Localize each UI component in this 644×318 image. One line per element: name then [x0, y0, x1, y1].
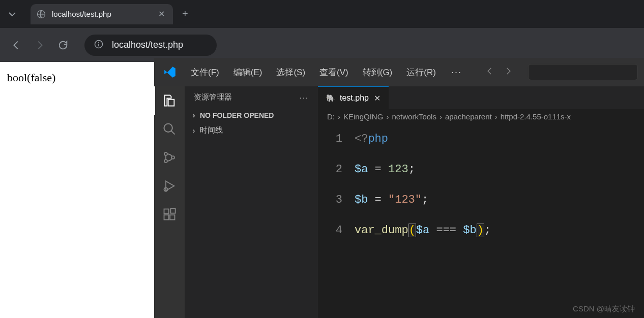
- editor-tab-name: test.php: [340, 93, 369, 103]
- code-lines[interactable]: <?php $a = 123; $b = "123"; var_dump($a …: [355, 130, 644, 318]
- code-area[interactable]: 1 2 3 4 <?php $a = 123; $b = "123"; var_…: [318, 124, 644, 318]
- debug-icon[interactable]: [161, 178, 178, 194]
- sidebar-no-folder[interactable]: › NO FOLDER OPENED: [185, 108, 318, 122]
- editor-area: 🐘 test.php ✕ D:› KEingQING› networkTools…: [318, 86, 644, 318]
- url-box[interactable]: localhost/test.php: [84, 35, 217, 56]
- menu-run[interactable]: 运行(R): [399, 63, 443, 81]
- vscode-window: 文件(F) 编辑(E) 选择(S) 查看(V) 转到(G) 运行(R) ···: [154, 58, 644, 318]
- chevron-right-icon: ›: [190, 111, 198, 119]
- close-icon[interactable]: ✕: [156, 9, 167, 19]
- tab-title: localhost/test.php: [52, 10, 150, 18]
- sidebar: 资源管理器 ··· › NO FOLDER OPENED › 时间线: [185, 86, 318, 318]
- code-line-3[interactable]: $b = "123";: [355, 191, 644, 221]
- code-line-2[interactable]: $a = 123;: [355, 161, 644, 191]
- editor-tab[interactable]: 🐘 test.php ✕: [318, 86, 389, 109]
- nav-forward-icon[interactable]: [504, 67, 513, 78]
- breadcrumb-part[interactable]: D:: [327, 112, 335, 121]
- breadcrumb-part[interactable]: networkTools: [392, 112, 436, 121]
- new-tab-button[interactable]: +: [173, 8, 197, 20]
- source-control-icon[interactable]: [161, 149, 178, 166]
- svg-point-6: [164, 160, 167, 163]
- svg-rect-10: [164, 215, 169, 219]
- breadcrumb[interactable]: D:› KEingQING› networkTools› apacheparen…: [318, 109, 644, 124]
- svg-point-4: [164, 124, 172, 132]
- page-content: bool(false): [0, 62, 154, 93]
- command-center[interactable]: [528, 64, 638, 80]
- browser-chrome: localhost/test.php ✕ + localhost/test.ph…: [0, 0, 644, 62]
- chevron-right-icon: ›: [190, 126, 198, 135]
- url-text: localhost/test.php: [112, 40, 183, 50]
- vscode-menubar: 文件(F) 编辑(E) 选择(S) 查看(V) 转到(G) 运行(R) ···: [154, 58, 644, 86]
- breadcrumb-part[interactable]: apacheparent: [445, 112, 492, 121]
- vscode-logo-icon: [163, 66, 177, 79]
- address-bar: localhost/test.php: [0, 28, 644, 62]
- activity-bar: [154, 86, 185, 318]
- browser-tab-bar: localhost/test.php ✕ +: [0, 0, 644, 28]
- close-icon[interactable]: ✕: [374, 93, 380, 103]
- watermark: CSDN @晴友读钟: [573, 304, 635, 314]
- search-icon[interactable]: [161, 121, 178, 137]
- back-button[interactable]: [9, 38, 23, 52]
- php-file-icon: 🐘: [326, 94, 335, 102]
- active-indicator: [154, 86, 155, 115]
- menu-more-icon[interactable]: ···: [443, 67, 470, 78]
- breadcrumb-part[interactable]: KEingQING: [343, 112, 383, 121]
- menu-edit[interactable]: 编辑(E): [226, 63, 270, 81]
- svg-rect-3: [98, 44, 99, 46]
- forward-button[interactable]: [33, 38, 47, 52]
- editor-tabs: 🐘 test.php ✕: [318, 86, 644, 109]
- svg-rect-12: [170, 208, 175, 213]
- svg-rect-9: [164, 209, 169, 214]
- svg-point-2: [98, 42, 99, 43]
- menu-go[interactable]: 转到(G): [356, 63, 400, 81]
- sidebar-header: 资源管理器 ···: [185, 86, 318, 108]
- menu-file[interactable]: 文件(F): [184, 63, 226, 81]
- nav-back-icon[interactable]: [485, 67, 494, 78]
- line-gutter: 1 2 3 4: [318, 130, 355, 318]
- svg-point-5: [164, 152, 167, 155]
- globe-icon: [37, 10, 46, 19]
- breadcrumb-part[interactable]: httpd-2.4.55-o111s-x: [501, 112, 571, 121]
- svg-rect-11: [170, 215, 174, 219]
- menu-view[interactable]: 查看(V): [312, 63, 356, 81]
- page-output: bool(false): [7, 71, 147, 84]
- code-line-4[interactable]: var_dump($a === $b);: [355, 221, 644, 252]
- sidebar-more-icon[interactable]: ···: [299, 93, 309, 102]
- tab-search-dropdown[interactable]: [4, 6, 20, 22]
- menu-select[interactable]: 选择(S): [269, 63, 312, 81]
- extensions-icon[interactable]: [161, 206, 178, 222]
- svg-point-7: [171, 156, 174, 159]
- info-icon[interactable]: [94, 39, 104, 51]
- sidebar-timeline[interactable]: › 时间线: [185, 122, 318, 138]
- sidebar-title: 资源管理器: [194, 92, 232, 102]
- reload-button[interactable]: [56, 38, 70, 52]
- browser-tab[interactable]: localhost/test.php ✕: [31, 4, 173, 24]
- code-line-1[interactable]: <?php: [355, 130, 644, 161]
- explorer-icon[interactable]: [161, 92, 178, 109]
